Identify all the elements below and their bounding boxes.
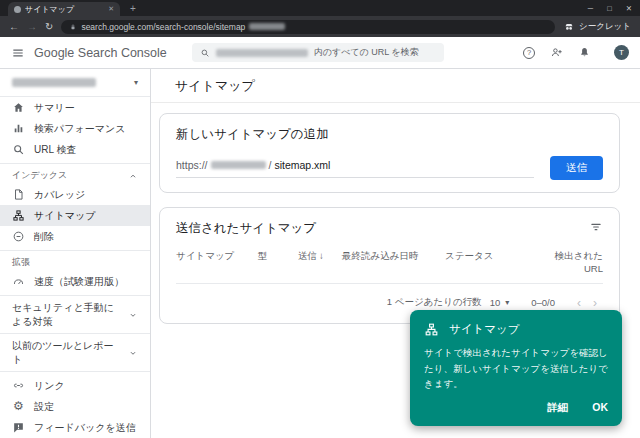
sidebar-item-performance[interactable]: 検索パフォーマンス bbox=[0, 118, 150, 139]
person-add-icon[interactable] bbox=[550, 46, 563, 59]
chevron-down-icon bbox=[128, 310, 138, 320]
window-minimize-button[interactable]: ─ bbox=[588, 4, 593, 13]
home-icon bbox=[12, 101, 25, 114]
sidebar-section-index[interactable]: インデックス bbox=[0, 167, 150, 184]
column-status[interactable]: ステータス bbox=[445, 250, 540, 274]
pagination-range: 0–0/0 bbox=[531, 297, 555, 308]
remove-circle-icon bbox=[12, 230, 25, 243]
sidebar-item-legacy-tools[interactable]: 以前のツールとレポート bbox=[0, 337, 150, 368]
card-title: 新しいサイトマップの追加 bbox=[176, 126, 603, 143]
new-tab-button[interactable]: + bbox=[130, 1, 136, 16]
sidebar-item-label: フィードバックを送信 bbox=[34, 421, 136, 435]
chevron-down-icon[interactable]: ▾ bbox=[505, 298, 509, 307]
column-label: 送信 bbox=[298, 250, 317, 274]
tab-title: サイトマップ bbox=[25, 4, 104, 15]
sidebar-item-links[interactable]: リンク bbox=[0, 375, 150, 396]
sidebar-item-settings[interactable]: ⚙ 設定 bbox=[0, 396, 150, 417]
sidebar-item-label: サイトマップ bbox=[34, 209, 95, 223]
column-sitemap[interactable]: サイトマップ bbox=[176, 250, 258, 274]
submit-button[interactable]: 送信 bbox=[550, 156, 603, 180]
sidebar-item-security-manual-actions[interactable]: セキュリティと手動による対策 bbox=[0, 299, 150, 330]
help-icon[interactable]: ? bbox=[523, 47, 535, 59]
gear-icon: ⚙ bbox=[12, 400, 25, 413]
browser-tab[interactable]: サイトマップ ✕ bbox=[8, 2, 120, 16]
rows-per-page-label: 1 ページあたりの行数 bbox=[387, 296, 482, 309]
speed-gauge-icon bbox=[12, 275, 25, 288]
next-page-button[interactable]: › bbox=[587, 297, 603, 309]
popup-header: サイトマップ bbox=[424, 322, 608, 337]
logo-product: Search Console bbox=[78, 46, 167, 60]
sidebar: ▾ サマリー 検索パフォーマンス URL 検査 インデックス カバレッ bbox=[0, 69, 151, 438]
sitemap-path-input[interactable] bbox=[274, 159, 354, 171]
sort-desc-icon: ↓ bbox=[319, 250, 324, 274]
window-maximize-button[interactable]: □ bbox=[607, 4, 612, 13]
feedback-icon bbox=[12, 421, 25, 434]
divider bbox=[0, 295, 150, 296]
search-input[interactable]: 内のすべての URL を検索 bbox=[192, 43, 444, 62]
redacted-property-name bbox=[12, 78, 96, 87]
column-last-read[interactable]: 最終読み込み日時 bbox=[342, 250, 445, 274]
ok-button[interactable]: OK bbox=[592, 401, 608, 415]
forward-icon[interactable]: → bbox=[27, 22, 37, 32]
popup-body-text: サイトで検出されたサイトマップを確認したり、新しいサイトマップを送信したりできま… bbox=[424, 345, 608, 391]
window-close-button[interactable]: ✕ bbox=[626, 4, 632, 13]
sidebar-item-label: 検索パフォーマンス bbox=[34, 122, 125, 136]
hamburger-menu-icon[interactable] bbox=[11, 46, 25, 60]
sidebar-item-label: セキュリティと手動による対策 bbox=[12, 301, 120, 328]
search-icon bbox=[200, 48, 210, 58]
page-title: サイトマップ bbox=[151, 69, 640, 103]
account-avatar[interactable]: T bbox=[614, 45, 629, 60]
sidebar-item-removals[interactable]: 削除 bbox=[0, 226, 150, 247]
app-header: Google Search Console 内のすべての URL を検索 ? T bbox=[0, 37, 640, 69]
submitted-sitemaps-card: 送信されたサイトマップ サイトマップ 型 送信 ↓ 最終読み込み日時 bbox=[159, 207, 620, 324]
header-icons: ? bbox=[523, 46, 591, 59]
browser-toolbar: ← → ↻ search.google.com/search-console/s… bbox=[0, 16, 640, 37]
card-header: 送信されたサイトマップ bbox=[176, 220, 603, 237]
details-button[interactable]: 詳細 bbox=[547, 401, 568, 415]
sitemap-icon bbox=[424, 322, 439, 337]
filter-icon[interactable] bbox=[589, 220, 603, 234]
coverage-document-icon bbox=[12, 188, 25, 201]
back-icon[interactable]: ← bbox=[9, 22, 19, 32]
redacted-property-name bbox=[216, 49, 308, 57]
tab-close-icon[interactable]: ✕ bbox=[108, 5, 114, 13]
reload-icon[interactable]: ↻ bbox=[45, 22, 53, 32]
popup-title: サイトマップ bbox=[449, 322, 520, 337]
sidebar-item-sitemaps[interactable]: サイトマップ bbox=[0, 205, 150, 226]
table-header-row: サイトマップ 型 送信 ↓ 最終読み込み日時 ステータス 検出された URL bbox=[176, 250, 603, 284]
section-label: インデックス bbox=[12, 169, 67, 182]
sitemap-url-field[interactable]: https:// / bbox=[176, 159, 534, 178]
divider bbox=[0, 371, 150, 372]
app-logo[interactable]: Google Search Console bbox=[34, 46, 167, 60]
incognito-badge: シークレット bbox=[563, 21, 631, 33]
browser-window: サイトマップ ✕ + ─ □ ✕ ← → ↻ search.google.com… bbox=[0, 0, 640, 438]
sidebar-item-label: カバレッジ bbox=[34, 188, 85, 202]
sidebar-item-url-inspection[interactable]: URL 検査 bbox=[0, 139, 150, 160]
divider bbox=[0, 250, 150, 251]
sidebar-item-label: 削除 bbox=[34, 230, 54, 244]
sitemap-icon bbox=[12, 209, 25, 222]
column-discovered-urls[interactable]: 検出された URL bbox=[540, 250, 603, 274]
previous-page-button[interactable]: ‹ bbox=[571, 297, 587, 309]
sidebar-item-coverage[interactable]: カバレッジ bbox=[0, 184, 150, 205]
notifications-bell-icon[interactable] bbox=[578, 46, 591, 59]
column-type[interactable]: 型 bbox=[258, 250, 298, 274]
add-sitemap-card: 新しいサイトマップの追加 https:// / 送信 bbox=[159, 113, 620, 193]
lock-icon bbox=[69, 23, 77, 31]
sidebar-item-send-feedback[interactable]: フィードバックを送信 bbox=[0, 417, 150, 438]
sitemaps-info-popup: サイトマップ サイトで検出されたサイトマップを確認したり、新しいサイトマップを送… bbox=[410, 310, 622, 426]
tab-favicon bbox=[14, 6, 21, 13]
rows-per-page-select[interactable]: 10 bbox=[490, 297, 501, 308]
property-selector[interactable]: ▾ bbox=[0, 69, 150, 97]
sidebar-section-enhancements[interactable]: 拡張 bbox=[0, 254, 150, 271]
sitemap-url-row: https:// / 送信 bbox=[176, 156, 603, 180]
sidebar-item-label: 以前のツールとレポート bbox=[12, 339, 120, 366]
address-bar[interactable]: search.google.com/search-console/sitemap bbox=[61, 20, 555, 34]
url-text: search.google.com/search-console/sitemap bbox=[81, 22, 245, 32]
sidebar-item-label: URL 検査 bbox=[34, 143, 76, 157]
column-submitted[interactable]: 送信 ↓ bbox=[298, 250, 342, 274]
sidebar-item-summary[interactable]: サマリー bbox=[0, 97, 150, 118]
sidebar-item-speed[interactable]: 速度（試験運用版） bbox=[0, 271, 150, 292]
chevron-down-icon bbox=[128, 348, 138, 358]
chevron-up-icon bbox=[128, 171, 138, 181]
